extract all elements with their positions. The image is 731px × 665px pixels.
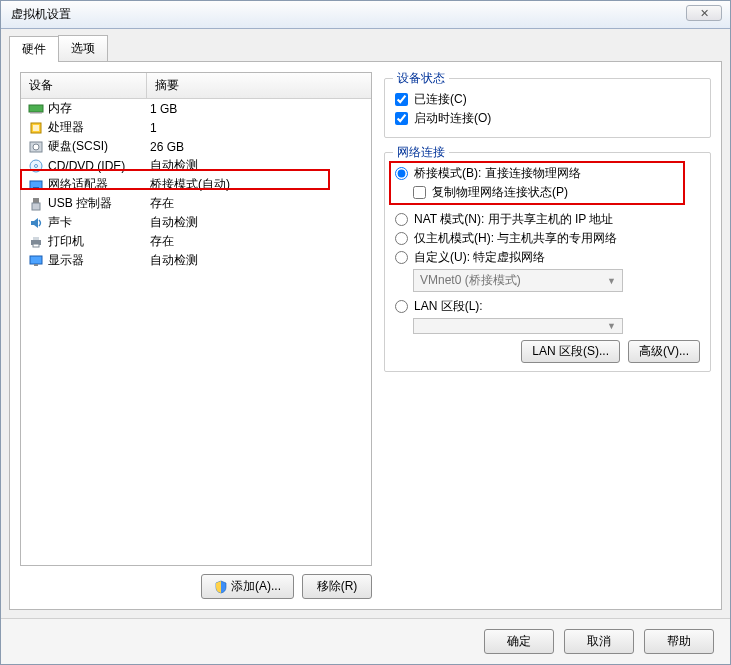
- device-summary: 26 GB: [147, 140, 184, 154]
- help-button[interactable]: 帮助: [644, 629, 714, 654]
- checkbox-connect-at-power[interactable]: [395, 112, 408, 125]
- custom-vmnet-select[interactable]: VMnet0 (桥接模式) ▼: [413, 269, 623, 292]
- radio-nat[interactable]: NAT 模式(N): 用于共享主机的 IP 地址: [395, 211, 700, 228]
- device-table: 设备 摘要 内存1 GB处理器1硬盘(SCSI)26 GBCD/DVD (IDE…: [20, 72, 372, 566]
- disk-icon: [27, 139, 45, 155]
- radio-custom-input[interactable]: [395, 251, 408, 264]
- cd-icon: [27, 158, 45, 174]
- cpu-icon: [27, 120, 45, 136]
- sound-icon: [27, 215, 45, 231]
- device-name: 硬盘(SCSI): [48, 138, 147, 155]
- radio-lanseg-input[interactable]: [395, 300, 408, 313]
- printer-icon: [27, 234, 45, 250]
- table-row[interactable]: 网络适配器桥接模式(自动): [21, 175, 371, 194]
- device-name: USB 控制器: [48, 195, 147, 212]
- device-summary: 桥接模式(自动): [147, 176, 230, 193]
- device-name: 显示器: [48, 252, 147, 269]
- close-button[interactable]: ✕: [686, 5, 722, 21]
- remove-button[interactable]: 移除(R): [302, 574, 372, 599]
- shield-icon: [214, 580, 228, 594]
- device-name: 内存: [48, 100, 147, 117]
- device-name: 打印机: [48, 233, 147, 250]
- right-pane: 设备状态 已连接(C) 启动时连接(O) 网络连接 桥接模式(B): 直接连接物…: [384, 72, 711, 599]
- device-summary: 存在: [147, 195, 174, 212]
- advanced-button[interactable]: 高级(V)...: [628, 340, 700, 363]
- panel-area: 设备 摘要 内存1 GB处理器1硬盘(SCSI)26 GBCD/DVD (IDE…: [9, 61, 722, 610]
- window-title: 虚拟机设置: [5, 6, 71, 23]
- device-name: 网络适配器: [48, 176, 147, 193]
- svg-rect-3: [33, 125, 39, 131]
- chevron-down-icon: ▼: [607, 276, 616, 286]
- cancel-button[interactable]: 取消: [564, 629, 634, 654]
- table-row[interactable]: 硬盘(SCSI)26 GB: [21, 137, 371, 156]
- group-title-net: 网络连接: [393, 144, 449, 161]
- usb-icon: [27, 196, 45, 212]
- device-summary: 1: [147, 121, 157, 135]
- svg-rect-9: [33, 187, 39, 189]
- group-network-connection: 网络连接 桥接模式(B): 直接连接物理网络 复制物理网络连接状态(P) NAT…: [384, 152, 711, 372]
- svg-rect-10: [33, 198, 39, 203]
- svg-point-5: [33, 144, 39, 150]
- table-row[interactable]: 打印机存在: [21, 232, 371, 251]
- device-table-header: 设备 摘要: [21, 73, 371, 99]
- net-buttons: LAN 区段(S)... 高级(V)...: [395, 340, 700, 363]
- device-name: CD/DVD (IDE): [48, 159, 147, 173]
- radio-bridged[interactable]: 桥接模式(B): 直接连接物理网络: [395, 165, 700, 182]
- device-summary: 自动检测: [147, 214, 198, 231]
- radio-hostonly-input[interactable]: [395, 232, 408, 245]
- svg-rect-14: [33, 244, 39, 247]
- left-pane: 设备 摘要 内存1 GB处理器1硬盘(SCSI)26 GBCD/DVD (IDE…: [20, 72, 372, 599]
- titlebar: 虚拟机设置 ✕: [1, 1, 730, 29]
- device-name: 处理器: [48, 119, 147, 136]
- lan-segments-button[interactable]: LAN 区段(S)...: [521, 340, 620, 363]
- left-buttons: 添加(A)... 移除(R): [20, 574, 372, 599]
- footer: 确定 取消 帮助: [1, 618, 730, 664]
- svg-rect-0: [29, 105, 43, 112]
- check-connected[interactable]: 已连接(C): [395, 91, 700, 108]
- nic-icon: [27, 177, 45, 193]
- svg-rect-13: [33, 237, 39, 240]
- chevron-down-icon: ▼: [607, 321, 616, 331]
- radio-hostonly[interactable]: 仅主机模式(H): 与主机共享的专用网络: [395, 230, 700, 247]
- radio-nat-input[interactable]: [395, 213, 408, 226]
- svg-rect-16: [34, 264, 38, 266]
- group-title-state: 设备状态: [393, 70, 449, 87]
- memory-icon: [27, 101, 45, 117]
- device-summary: 自动检测: [147, 252, 198, 269]
- table-row[interactable]: CD/DVD (IDE)自动检测: [21, 156, 371, 175]
- tab-hardware[interactable]: 硬件: [9, 36, 59, 62]
- table-row[interactable]: 显示器自动检测: [21, 251, 371, 270]
- tab-options[interactable]: 选项: [58, 35, 108, 61]
- ok-button[interactable]: 确定: [484, 629, 554, 654]
- table-row[interactable]: 内存1 GB: [21, 99, 371, 118]
- checkbox-replicate[interactable]: [413, 186, 426, 199]
- lanseg-select[interactable]: ▼: [413, 318, 623, 334]
- device-name: 声卡: [48, 214, 147, 231]
- device-summary: 存在: [147, 233, 174, 250]
- radio-bridged-input[interactable]: [395, 167, 408, 180]
- check-connect-at-power[interactable]: 启动时连接(O): [395, 110, 700, 127]
- table-row[interactable]: USB 控制器存在: [21, 194, 371, 213]
- device-summary: 自动检测: [147, 157, 198, 174]
- display-icon: [27, 253, 45, 269]
- svg-rect-11: [32, 203, 40, 210]
- table-row[interactable]: 声卡自动检测: [21, 213, 371, 232]
- checkbox-connected[interactable]: [395, 93, 408, 106]
- svg-point-7: [35, 164, 38, 167]
- radio-lanseg[interactable]: LAN 区段(L):: [395, 298, 700, 315]
- header-device: 设备: [21, 73, 147, 98]
- header-summary: 摘要: [147, 73, 371, 98]
- radio-custom[interactable]: 自定义(U): 特定虚拟网络: [395, 249, 700, 266]
- check-replicate[interactable]: 复制物理网络连接状态(P): [413, 184, 700, 201]
- close-icon: ✕: [700, 7, 709, 20]
- table-row[interactable]: 处理器1: [21, 118, 371, 137]
- svg-rect-1: [30, 112, 42, 114]
- device-summary: 1 GB: [147, 102, 177, 116]
- svg-rect-15: [30, 256, 42, 264]
- tabs-bar: 硬件 选项: [1, 29, 730, 61]
- group-device-state: 设备状态 已连接(C) 启动时连接(O): [384, 78, 711, 138]
- vm-settings-window: 虚拟机设置 ✕ 硬件 选项 设备 摘要 内存1 GB处理器1硬盘(SCSI)26…: [0, 0, 731, 665]
- add-button[interactable]: 添加(A)...: [201, 574, 294, 599]
